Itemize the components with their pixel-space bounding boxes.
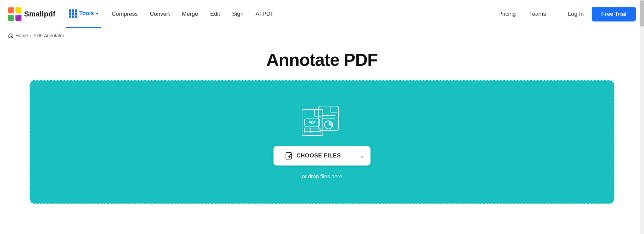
tools-label: Tools: [79, 10, 94, 17]
choose-files-label: CHOOSE FILES: [296, 152, 341, 159]
breadcrumb-current: PDF Annotator: [34, 33, 64, 38]
logo-link[interactable]: Smallpdf: [8, 7, 55, 21]
scrollbar-track[interactable]: [640, 0, 644, 234]
nav-ai-pdf[interactable]: AI PDF: [250, 8, 280, 20]
logo-icon: [8, 7, 21, 21]
choose-files-dropdown-button[interactable]: ⌄: [353, 146, 370, 166]
logo-text: Smallpdf: [24, 10, 55, 18]
breadcrumb: Home › PDF Annotator: [0, 28, 644, 43]
nav-edit[interactable]: Edit: [205, 8, 225, 20]
header-divider: [557, 6, 557, 22]
chevron-down-icon: ⌄: [359, 152, 364, 159]
nav-pricing[interactable]: Pricing: [493, 8, 521, 20]
nav-compress[interactable]: Compress: [106, 8, 143, 20]
breadcrumb-home-link[interactable]: Home: [15, 33, 28, 38]
page-title-section: Annotate PDF: [0, 43, 644, 80]
choose-files-button[interactable]: CHOOSE FILES: [274, 146, 353, 166]
main-nav: Compress Convert Merge Edit Sign AI PDF: [106, 8, 493, 20]
svg-rect-4: [12, 11, 18, 17]
home-icon: [8, 33, 13, 38]
pdf-files-icon: PDF: [300, 104, 344, 138]
tools-chevron-icon: ▾: [96, 11, 98, 16]
page-title: Annotate PDF: [0, 50, 644, 70]
header: Smallpdf Tools ▾ Compress Convert Merge …: [0, 0, 644, 28]
nav-merge[interactable]: Merge: [177, 8, 203, 20]
breadcrumb-separator: ›: [30, 33, 31, 38]
header-right: Pricing Teams Log In Free Trial: [493, 6, 636, 22]
login-button[interactable]: Log In: [562, 8, 589, 20]
nav-sign[interactable]: Sign: [227, 8, 249, 20]
svg-rect-17: [286, 152, 291, 159]
free-trial-button[interactable]: Free Trial: [592, 7, 636, 21]
svg-text:PDF: PDF: [309, 121, 315, 125]
pdf-illustration: PDF: [300, 104, 344, 138]
nav-teams[interactable]: Teams: [524, 8, 551, 20]
grid-icon: [69, 9, 77, 18]
choose-files-row: CHOOSE FILES ⌄: [274, 146, 370, 166]
tools-button[interactable]: Tools ▾: [66, 0, 101, 28]
nav-convert[interactable]: Convert: [144, 8, 175, 20]
scrollbar-thumb[interactable]: [640, 0, 644, 27]
drop-hint-text: or drop files here: [302, 174, 342, 180]
dropzone[interactable]: PDF CHOOSE FILES ⌄ or drop f: [30, 80, 614, 204]
add-file-icon: [286, 152, 293, 159]
